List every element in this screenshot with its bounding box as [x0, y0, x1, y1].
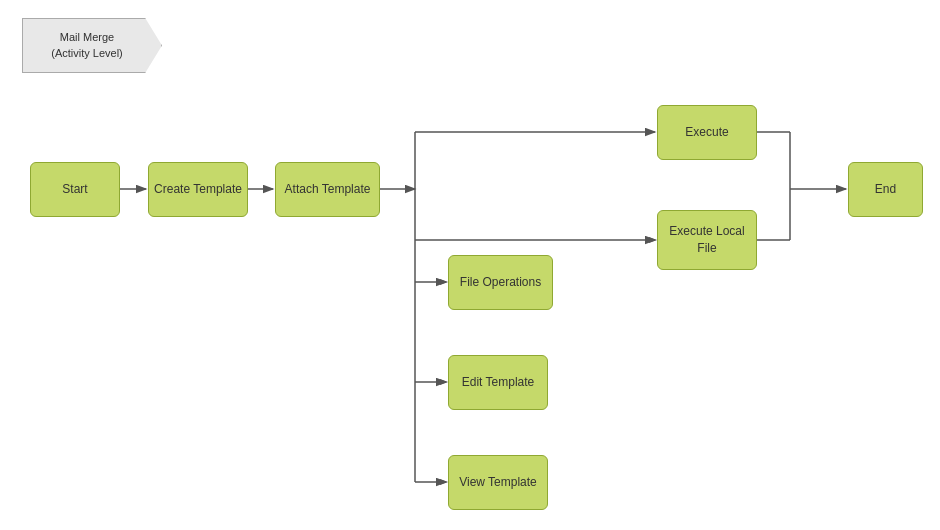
title-text: Mail Merge (Activity Level)	[51, 30, 123, 61]
attach-template-node[interactable]: Attach Template	[275, 162, 380, 217]
svg-marker-16	[440, 379, 448, 385]
edit-template-node[interactable]: Edit Template	[448, 355, 548, 410]
title-line2: (Activity Level)	[51, 47, 123, 59]
diagram-container: Mail Merge (Activity Level) Start Create…	[0, 0, 940, 530]
create-template-node[interactable]: Create Template	[148, 162, 248, 217]
start-node[interactable]: Start	[30, 162, 120, 217]
title-shape: Mail Merge (Activity Level)	[22, 18, 162, 73]
end-node[interactable]: End	[848, 162, 923, 217]
svg-marker-15	[440, 279, 448, 285]
execute-local-file-node[interactable]: Execute Local File	[657, 210, 757, 270]
svg-marker-17	[440, 479, 448, 485]
title-line1: Mail Merge	[60, 31, 114, 43]
file-operations-node[interactable]: File Operations	[448, 255, 553, 310]
view-template-node[interactable]: View Template	[448, 455, 548, 510]
execute-node[interactable]: Execute	[657, 105, 757, 160]
svg-marker-14	[649, 237, 657, 243]
